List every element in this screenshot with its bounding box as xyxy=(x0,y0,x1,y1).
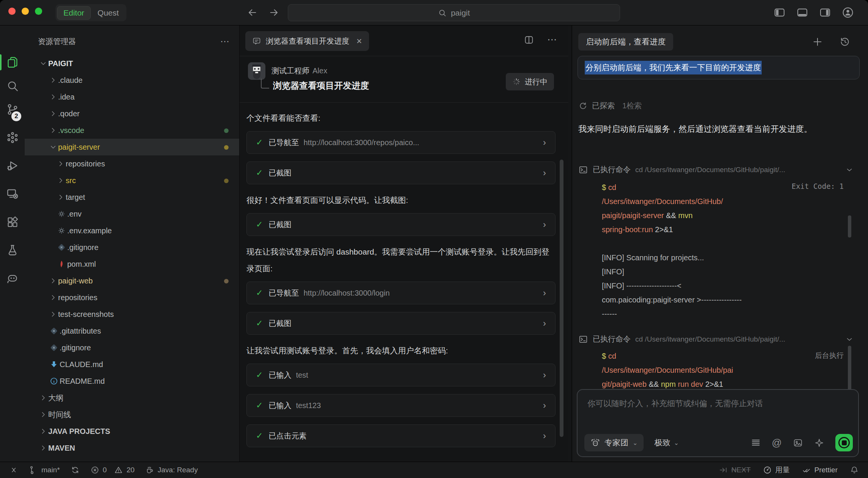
hub-view-icon[interactable] xyxy=(6,131,19,144)
tree-item--gitattributes[interactable]: .gitattributes xyxy=(25,323,239,339)
command-row-1[interactable]: 已执行命令 cd /Users/itwanger/Documents/GitHu… xyxy=(578,165,854,175)
minimize-window-button[interactable] xyxy=(22,8,29,15)
user-message[interactable]: 分别启动前后端，我们先来看一下目前的开发进度 xyxy=(578,56,860,79)
history-icon[interactable] xyxy=(839,36,851,47)
next-indicator[interactable]: NEXT xyxy=(719,465,751,475)
forward-icon[interactable] xyxy=(268,6,280,19)
mention-icon[interactable]: @ xyxy=(772,438,782,448)
tree-item--idea[interactable]: .idea xyxy=(25,89,239,105)
toggle-bottom-panel-icon[interactable] xyxy=(796,6,809,19)
tree-item-src[interactable]: src xyxy=(25,172,239,189)
run-debug-icon[interactable] xyxy=(6,159,19,172)
remote-indicator[interactable] xyxy=(9,465,18,475)
git-branch-indicator[interactable]: main* xyxy=(29,465,60,475)
stop-button[interactable] xyxy=(835,434,853,451)
tree-item--gitignore[interactable]: .gitignore xyxy=(25,339,239,356)
explored-label[interactable]: 已探索 xyxy=(592,101,615,111)
file-icon xyxy=(48,326,60,336)
back-icon[interactable] xyxy=(246,6,258,19)
maximize-window-button[interactable] xyxy=(35,8,42,15)
agent-avatar xyxy=(248,62,265,80)
tree-item-时间线[interactable]: 时间线 xyxy=(25,406,239,423)
terminal-scrollbar-1[interactable] xyxy=(848,215,851,237)
tree-item-pom-xml[interactable]: pom.xml xyxy=(25,256,239,272)
task-panel-scrollbar[interactable] xyxy=(560,160,563,437)
tree-item-java-projects[interactable]: JAVA PROJECTS xyxy=(25,423,239,440)
close-tab-icon[interactable]: ✕ xyxy=(356,37,362,46)
remote-explorer-icon[interactable] xyxy=(6,187,19,200)
testing-flask-icon[interactable] xyxy=(6,244,19,256)
file-icon xyxy=(56,260,67,269)
explorer-more-icon[interactable]: ⋯ xyxy=(220,36,230,47)
notifications-bell-icon[interactable] xyxy=(850,465,859,475)
tree-item-test-screenshots[interactable]: test-screenshots xyxy=(25,306,239,323)
command-path: cd /Users/itwanger/Documents/GitHub/paig… xyxy=(635,166,841,174)
close-window-button[interactable] xyxy=(8,8,16,15)
action-card[interactable]: ✓已导航至http://localhost:3000/login› xyxy=(246,282,556,304)
tree-item-paigit[interactable]: PAIGIT xyxy=(25,55,239,72)
split-editor-icon[interactable] xyxy=(524,35,534,45)
tree-item-大纲[interactable]: 大纲 xyxy=(25,389,239,406)
command-row-2[interactable]: 已执行命令 cd /Users/itwanger/Documents/GitHu… xyxy=(578,334,854,344)
account-avatar-icon[interactable] xyxy=(841,6,854,19)
align-lines-icon[interactable] xyxy=(751,438,761,448)
more-actions-icon[interactable]: ⋯ xyxy=(547,34,558,46)
chevron-right-icon xyxy=(48,277,58,285)
extensions-icon[interactable] xyxy=(6,215,19,228)
tree-item-paigit-server[interactable]: paigit-server xyxy=(25,139,239,155)
explorer-icon[interactable] xyxy=(6,56,19,69)
tree-item-target[interactable]: target xyxy=(25,189,239,206)
chat-input[interactable]: 你可以随时介入，补充细节或纠偏，无需停止对话 专家团 ⌄ 极致 ⌄ @ xyxy=(577,389,859,457)
app-window: Editor Quest paigit 2 xyxy=(0,0,868,478)
quality-mode-label: 极致 xyxy=(654,437,670,448)
chevron-right-icon: › xyxy=(543,168,546,178)
usage-indicator[interactable]: 用量 xyxy=(763,465,790,475)
action-label: 已截图 xyxy=(268,318,291,329)
chat-session-title[interactable]: 启动前后端，查看进度 xyxy=(578,33,673,51)
new-chat-icon[interactable] xyxy=(812,36,823,47)
java-status[interactable]: Java: Ready xyxy=(145,465,198,475)
chevron-down-icon[interactable] xyxy=(845,335,854,343)
prettier-indicator[interactable]: Prettier xyxy=(802,465,838,475)
sparkle-icon[interactable] xyxy=(814,438,824,448)
task-tab[interactable]: 浏览器查看项目开发进度 ✕ xyxy=(245,31,369,51)
action-card[interactable]: ✓已截图› xyxy=(246,312,556,335)
search-value: paigit xyxy=(451,8,470,17)
spinner-icon xyxy=(512,78,521,86)
toggle-left-panel-icon[interactable] xyxy=(773,6,786,19)
tree-item-label: .claude xyxy=(58,76,83,85)
tree-item-claude-md[interactable]: CLAUDE.md xyxy=(25,356,239,373)
tree-item-repositories[interactable]: repositories xyxy=(25,289,239,306)
task-log: 个文件看看能否查看:✓已导航至http://localhost:3000/rep… xyxy=(240,103,569,462)
tree-item--claude[interactable]: .claude xyxy=(25,72,239,89)
action-card[interactable]: ✓已点击元素› xyxy=(246,424,556,447)
image-attach-icon[interactable] xyxy=(793,438,803,448)
tab-quest[interactable]: Quest xyxy=(92,6,125,19)
tree-item-maven[interactable]: MAVEN xyxy=(25,440,239,456)
tree-item--env-example[interactable]: .env.example xyxy=(25,222,239,239)
action-card[interactable]: ✓已截图› xyxy=(246,213,556,236)
tab-editor[interactable]: Editor xyxy=(57,6,91,20)
chevron-down-icon[interactable] xyxy=(845,166,854,174)
search-input[interactable]: paigit xyxy=(288,4,620,21)
tree-item--gitignore[interactable]: .gitignore xyxy=(25,239,239,256)
tree-item-repositories[interactable]: repositories xyxy=(25,155,239,172)
action-card[interactable]: ✓已导航至http://localhost:3000/repos/paico..… xyxy=(246,131,556,154)
chevron-right-icon: › xyxy=(543,370,546,380)
action-card[interactable]: ✓已输入test123› xyxy=(246,394,556,417)
action-card[interactable]: ✓已输入test› xyxy=(246,364,556,386)
action-card[interactable]: ✓已截图› xyxy=(246,161,556,184)
toggle-right-panel-icon[interactable] xyxy=(819,6,832,19)
tree-item--vscode[interactable]: .vscode xyxy=(25,122,239,139)
tree-item--qoder[interactable]: .qoder xyxy=(25,105,239,122)
action-label: 已输入 xyxy=(268,370,291,380)
copilot-icon[interactable] xyxy=(6,272,19,285)
problems-indicator[interactable]: 0 20 xyxy=(90,465,135,475)
sync-icon[interactable] xyxy=(71,465,80,475)
tree-item-readme-md[interactable]: README.md xyxy=(25,373,239,389)
tree-item-paigit-web[interactable]: paigit-web xyxy=(25,272,239,289)
agent-team-dropdown[interactable]: 专家团 ⌄ xyxy=(584,434,644,451)
tree-item--env[interactable]: .env xyxy=(25,206,239,222)
search-view-icon[interactable] xyxy=(6,79,19,92)
quality-mode-dropdown[interactable]: 极致 ⌄ xyxy=(654,437,679,448)
